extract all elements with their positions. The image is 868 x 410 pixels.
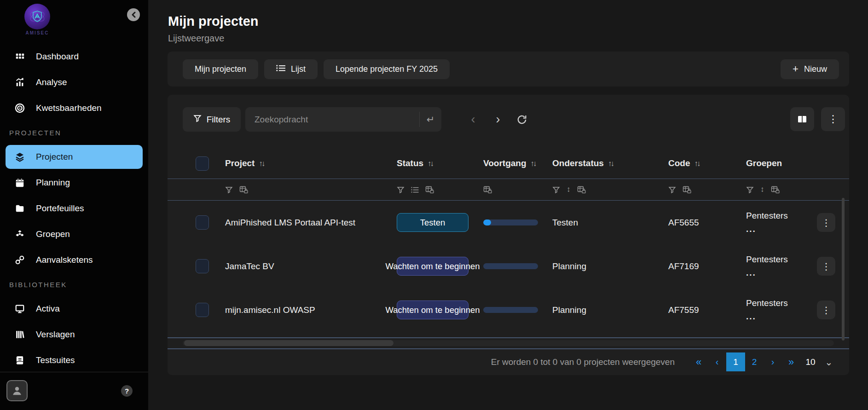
sidebar-item-dashboard[interactable]: Dashboard — [0, 44, 148, 69]
search-input[interactable] — [245, 107, 419, 132]
table-row[interactable]: JamaTec BV Wachten om te beginnen Planni… — [168, 244, 849, 288]
table-row[interactable]: AmiPhished LMS Portaal API-test Testen T… — [168, 201, 849, 244]
refresh-icon[interactable] — [514, 107, 530, 132]
toolbar: Mijn projecten Lijst Lopende projecten F… — [168, 52, 849, 87]
sidebar-collapse-button[interactable] — [127, 8, 140, 21]
column-header-onderstatus[interactable]: Onderstatus↑↓ — [552, 158, 668, 168]
sort-vertical-icon[interactable]: ↕ — [760, 185, 764, 194]
sidebar-item-planning[interactable]: Planning — [0, 170, 148, 196]
vertical-scrollbar-thumb[interactable] — [842, 198, 845, 341]
status-badge[interactable]: Wachten om te beginnen — [397, 300, 469, 319]
next-page-icon[interactable]: › — [764, 357, 782, 367]
more-groups-indicator[interactable]: ... — [746, 310, 788, 323]
target-icon — [14, 102, 26, 114]
sidebar-item-groepen[interactable]: Groepen — [0, 221, 148, 247]
funnel-icon[interactable] — [668, 186, 676, 194]
column-header-voortgang[interactable]: Voortgang↑↓ — [483, 158, 552, 168]
page-back-icon[interactable]: ‹ — [465, 107, 481, 132]
table-lock-icon[interactable] — [239, 185, 249, 194]
sort-icon[interactable]: ↑↓ — [608, 159, 613, 168]
book-icon — [14, 354, 26, 366]
row-menu-button[interactable]: ⋮ — [817, 213, 835, 232]
page-size-value[interactable]: 10 — [800, 357, 821, 367]
horizontal-scrollbar-thumb[interactable] — [184, 340, 393, 346]
table-row[interactable]: mijn.amisec.nl OWASP Wachten om te begin… — [168, 288, 849, 332]
pagination-bar: Er worden 0 tot 0 van 0 projecten weerge… — [168, 349, 849, 375]
cell-code: AF5655 — [668, 218, 743, 228]
filters-button[interactable]: Filters — [183, 107, 241, 132]
table-menu-button[interactable]: ⋮ — [821, 107, 845, 131]
page-forward-icon[interactable]: › — [490, 107, 506, 132]
column-filter-row: ↕ ↕ — [168, 179, 849, 201]
sort-icon[interactable]: ↑↓ — [694, 159, 700, 168]
sidebar-nav: Dashboard Analyse Kwetsbaarheden PROJECT… — [0, 44, 148, 373]
row-checkbox[interactable] — [196, 215, 209, 230]
table-lock-icon[interactable] — [483, 185, 492, 194]
funnel-icon[interactable] — [225, 186, 233, 194]
horizontal-scrollbar[interactable] — [183, 340, 834, 346]
row-checkbox[interactable] — [196, 259, 209, 273]
more-groups-indicator[interactable]: ... — [746, 266, 788, 280]
tab-lijst[interactable]: Lijst — [264, 59, 318, 79]
sidebar-item-activa[interactable]: Activa — [0, 296, 148, 322]
sidebar-item-kwetsbaarheden[interactable]: Kwetsbaarheden — [0, 95, 148, 121]
list-filter-icon[interactable] — [411, 186, 419, 193]
more-groups-indicator[interactable]: ... — [746, 223, 788, 236]
sidebar-item-label: Projecten — [36, 152, 73, 162]
sort-icon[interactable]: ↑↓ — [428, 159, 433, 168]
tab-lopende-projecten[interactable]: Lopende projecten FY 2025 — [324, 59, 450, 79]
row-checkbox[interactable] — [196, 303, 209, 317]
table-lock-icon[interactable] — [425, 185, 434, 194]
calendar-icon — [14, 177, 26, 189]
sidebar-item-label: Verslagen — [36, 329, 75, 340]
progress-bar — [483, 307, 538, 313]
sidebar-item-label: Planning — [36, 178, 70, 188]
funnel-icon[interactable] — [397, 186, 405, 194]
row-menu-button[interactable]: ⋮ — [817, 257, 835, 276]
filter-cell-onderstatus: ↕ — [552, 185, 668, 194]
status-badge[interactable]: Wachten om te beginnen — [397, 257, 469, 276]
row-menu-button[interactable]: ⋮ — [817, 300, 835, 319]
table-lock-icon[interactable] — [683, 185, 692, 194]
page-button-active[interactable]: 1 — [726, 352, 745, 371]
search-submit-icon[interactable]: ↵ — [419, 112, 441, 127]
column-header-groepen[interactable]: Groepen — [743, 158, 849, 168]
sidebar-item-testsuites[interactable]: Testsuites — [0, 347, 148, 373]
books-icon — [14, 329, 26, 341]
table-lock-icon[interactable] — [771, 185, 780, 194]
select-all-checkbox[interactable] — [196, 156, 209, 171]
column-header-project[interactable]: Project↑↓ — [225, 158, 397, 168]
status-badge[interactable]: Testen — [397, 213, 469, 232]
column-header-status[interactable]: Status↑↓ — [397, 158, 483, 168]
tab-mijn-projecten[interactable]: Mijn projecten — [183, 59, 258, 79]
page-size-chevron-down-icon[interactable]: ⌄ — [821, 357, 837, 368]
sidebar-item-label: Portefeuilles — [36, 203, 84, 214]
columns-toggle-button[interactable] — [790, 107, 814, 131]
sort-icon[interactable]: ↑↓ — [531, 159, 536, 168]
funnel-icon[interactable] — [552, 186, 560, 194]
new-button[interactable]: + Nieuw — [781, 59, 839, 79]
page-button[interactable]: 2 — [745, 357, 764, 367]
first-page-icon[interactable]: « — [689, 356, 708, 368]
last-page-icon[interactable]: » — [782, 356, 800, 368]
user-avatar[interactable] — [6, 380, 28, 401]
funnel-icon[interactable] — [746, 186, 754, 194]
prev-page-icon[interactable]: ‹ — [708, 357, 726, 367]
sort-icon[interactable]: ↑↓ — [259, 159, 264, 168]
sidebar-item-aanvalsketens[interactable]: Aanvalsketens — [0, 247, 148, 273]
sort-vertical-icon[interactable]: ↕ — [567, 185, 571, 194]
sidebar-item-analyse[interactable]: Analyse — [0, 69, 148, 95]
sidebar-item-projecten[interactable]: Projecten — [6, 145, 143, 169]
help-button[interactable]: ? — [121, 385, 133, 397]
page-title: Mijn projecten — [168, 14, 259, 29]
page-subtitle: Lijstweergave — [168, 33, 224, 44]
sidebar-item-portefeuilles[interactable]: Portefeuilles — [0, 196, 148, 221]
folder-icon — [14, 202, 26, 214]
column-header-code[interactable]: Code↑↓ — [668, 158, 743, 168]
table-lock-icon[interactable] — [577, 185, 586, 194]
sidebar-item-verslagen[interactable]: Verslagen — [0, 322, 148, 347]
tab-label: Lopende projecten FY 2025 — [336, 64, 438, 74]
sidebar-item-label: Testsuites — [36, 355, 75, 365]
filter-bar: Filters ↵ ‹ › ⋮ — [168, 107, 849, 132]
cell-onderstatus: Planning — [552, 261, 668, 271]
